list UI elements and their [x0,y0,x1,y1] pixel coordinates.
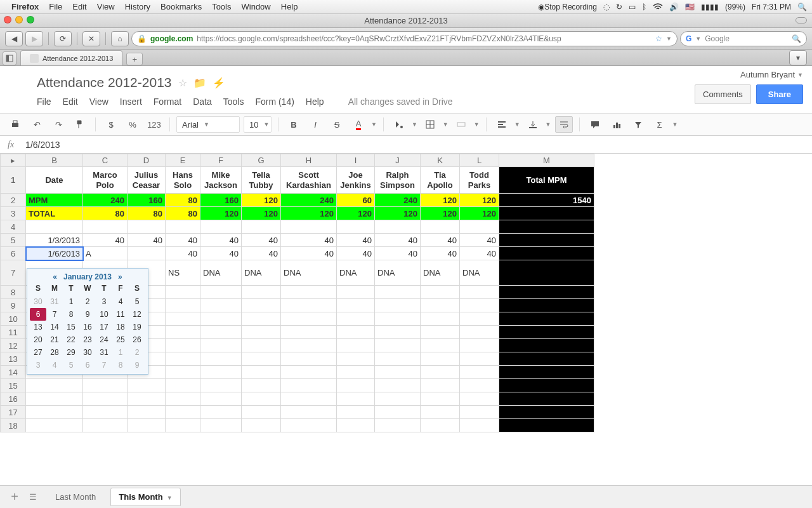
row-header-16[interactable]: 16 [1,392,26,406]
cell-header[interactable]: Scott Kardashian [281,167,337,194]
docs-menu-view[interactable]: View [89,97,108,107]
cell[interactable] [460,366,499,379]
sidebar-toggle-button[interactable] [3,51,16,65]
star-icon[interactable]: ☆ [178,77,187,89]
cell[interactable]: 60 [337,194,375,207]
cell[interactable]: 80 [166,207,200,220]
sheet-tab-last-month[interactable]: Last Month [47,488,104,506]
cell[interactable] [499,234,594,247]
site-identity-icon[interactable]: 🔒 [137,34,147,43]
row-header-18[interactable]: 18 [1,419,26,432]
dp-day[interactable]: 30 [79,346,96,359]
cell[interactable] [337,366,375,379]
valign-button[interactable] [524,116,542,133]
cell[interactable] [166,392,200,406]
cell[interactable] [281,286,337,299]
col-header-D[interactable]: D [128,154,166,167]
cell[interactable] [460,352,499,366]
docs-menu-tools[interactable]: Tools [223,97,244,107]
activity-icon[interactable]: ⚡ [213,77,225,89]
cell[interactable] [242,339,281,352]
dp-day[interactable]: 8 [112,359,129,371]
cell[interactable] [26,392,83,406]
cell[interactable] [460,299,499,312]
col-header-K[interactable]: K [421,154,460,167]
dp-day[interactable]: 25 [112,333,129,346]
cell[interactable] [375,392,421,406]
row-header-15[interactable]: 15 [1,379,26,392]
cell[interactable] [337,379,375,392]
cell-header[interactable]: Marco Polo [83,167,128,194]
cell[interactable] [460,419,499,432]
select-all-corner[interactable]: ▸ [1,154,26,167]
dp-day[interactable]: 14 [46,321,63,333]
cell[interactable] [242,286,281,299]
bold-button[interactable]: B [285,116,303,133]
cell-header[interactable]: Ralph Simpson [375,167,421,194]
col-header-B[interactable]: B [26,154,83,167]
cell[interactable] [337,352,375,366]
formula-bar[interactable]: fx 1/6/2013 [0,136,812,154]
dp-day[interactable]: 18 [112,321,129,333]
cell[interactable]: 40 [166,234,200,247]
cell-date[interactable]: 1/3/2013 [26,234,83,247]
row-header-6[interactable]: 6 [1,247,26,260]
col-header-E[interactable]: E [166,154,200,167]
dp-day[interactable]: 12 [129,308,145,321]
reload-button[interactable]: ⟳ [54,31,72,46]
cell[interactable]: DNA [242,260,281,286]
add-sheet-button[interactable]: + [6,490,23,504]
cell[interactable]: 120 [375,207,421,220]
row-header-4[interactable]: 4 [1,220,26,234]
cell[interactable] [128,406,166,419]
mac-menu-bookmarks[interactable]: Bookmarks [160,2,202,11]
cell[interactable]: 120 [242,194,281,207]
record-indicator[interactable]: ◉ Stop Recording [538,3,597,11]
print-button[interactable] [6,116,24,133]
cell[interactable] [166,406,200,419]
mac-menu-window[interactable]: Window [242,2,271,11]
row-header-9[interactable]: 9 [1,299,26,312]
cell[interactable] [499,339,594,352]
cell[interactable]: 120 [281,207,337,220]
cell[interactable] [281,352,337,366]
cell[interactable] [421,366,460,379]
row-header-8[interactable]: 8 [1,286,26,299]
new-tab-button[interactable]: + [126,53,143,65]
cell[interactable] [281,392,337,406]
cell[interactable]: 40 [375,234,421,247]
row-header-5[interactable]: 5 [1,234,26,247]
cell[interactable] [460,312,499,326]
paint-format-button[interactable] [71,116,89,133]
cell[interactable] [375,326,421,339]
dp-day[interactable]: 6 [79,359,96,371]
cell-header[interactable]: Hans Solo [166,167,200,194]
merge-button[interactable] [452,116,470,133]
cell[interactable] [375,379,421,392]
datepicker-next-button[interactable]: » [118,272,122,281]
stop-button[interactable]: ✕ [82,31,100,46]
cell[interactable] [337,299,375,312]
cell[interactable] [26,220,83,234]
cell[interactable] [83,419,128,432]
share-button[interactable]: Share [756,84,803,104]
mac-menu-tools[interactable]: Tools [212,2,231,11]
halign-button[interactable] [493,116,511,133]
cell[interactable]: NS [166,260,200,286]
cell[interactable] [166,366,200,379]
filter-button[interactable] [629,116,647,133]
cell[interactable] [128,247,166,260]
dp-day[interactable]: 1 [112,346,129,359]
sheet-tab-this-month[interactable]: This Month▼ [110,488,180,506]
cell[interactable]: 40 [421,247,460,260]
undo-button[interactable]: ↶ [28,116,46,133]
cell[interactable] [200,352,242,366]
cell[interactable] [83,220,128,234]
cell[interactable] [166,326,200,339]
cell[interactable] [460,286,499,299]
col-header-I[interactable]: I [337,154,375,167]
user-menu[interactable]: Autumn Bryant▼ [740,70,803,79]
cell[interactable] [499,260,594,286]
cell[interactable]: 120 [460,194,499,207]
cell[interactable] [421,312,460,326]
